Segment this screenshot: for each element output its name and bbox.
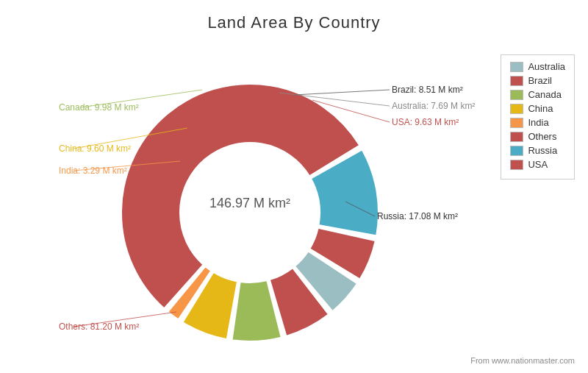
- legend-item-others: Others: [510, 131, 565, 142]
- legend-swatch-australia: [510, 62, 523, 72]
- center-value: 146.97 M km²: [209, 196, 290, 210]
- legend-item-brazil: Brazil: [510, 75, 565, 86]
- legend-swatch-others: [510, 132, 523, 142]
- svg-line-1: [294, 90, 390, 95]
- legend-swatch-china: [510, 104, 523, 114]
- legend-label-canada: Canada: [528, 89, 562, 100]
- legend-swatch-brazil: [510, 76, 523, 86]
- legend-label-usa: USA: [528, 159, 548, 170]
- legend-swatch-usa: [510, 160, 523, 170]
- legend-label-australia: Australia: [528, 61, 565, 72]
- chart-area: 146.97 M km² Russia: 17.08 M km² Brazil:…: [0, 32, 588, 371]
- legend-item-canada: Canada: [510, 89, 565, 100]
- legend-swatch-russia: [510, 146, 523, 156]
- legend-label-china: China: [528, 103, 553, 114]
- legend-label-india: India: [528, 117, 548, 128]
- legend-item-russia: Russia: [510, 145, 565, 156]
- others-label: Others: 81.20 M km²: [59, 322, 139, 332]
- canada-label: Canada: 9.98 M km²: [59, 102, 139, 113]
- legend-swatch-india: [510, 118, 523, 128]
- legend-item-china: China: [510, 103, 565, 114]
- legend-label-others: Others: [528, 131, 556, 142]
- russia-label: Russia: 17.08 M km²: [377, 211, 458, 221]
- legend-item-australia: Australia: [510, 61, 565, 72]
- donut-chart: 146.97 M km² Russia: 17.08 M km² Brazil:…: [59, 40, 485, 363]
- legend: AustraliaBrazilCanadaChinaIndiaOthersRus…: [501, 54, 575, 180]
- chart-title: Land Area By Country: [0, 0, 588, 32]
- usa-label: USA: 9.63 M km²: [392, 117, 459, 127]
- legend-label-russia: Russia: [528, 145, 557, 156]
- legend-swatch-canada: [510, 90, 523, 100]
- china-label: China: 9.60 M km²: [59, 143, 131, 154]
- australia-label: Australia: 7.69 M km²: [392, 101, 475, 111]
- india-label: India: 3.29 M km²: [59, 166, 127, 176]
- source-label: From www.nationmaster.com: [470, 356, 575, 365]
- legend-item-india: India: [510, 117, 565, 128]
- legend-item-usa: USA: [510, 159, 565, 170]
- brazil-label: Brazil: 8.51 M km²: [392, 85, 463, 95]
- legend-label-brazil: Brazil: [528, 75, 552, 86]
